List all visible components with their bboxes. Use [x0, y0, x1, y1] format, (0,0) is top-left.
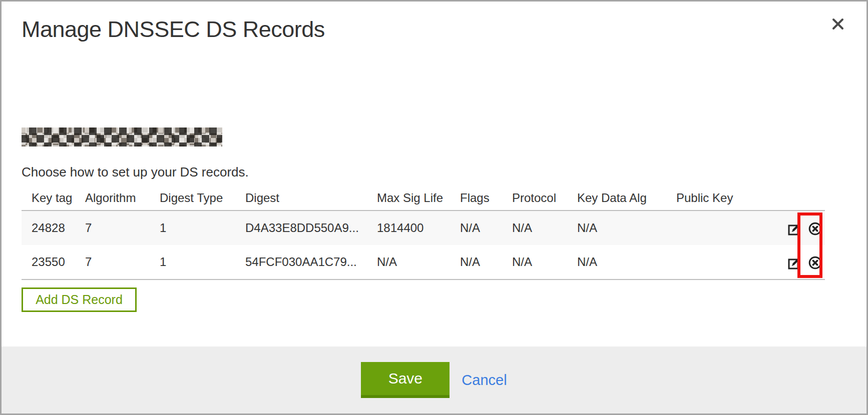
col-header-key-tag: Key tag: [22, 186, 85, 210]
dialog-footer: Save Cancel: [2, 346, 866, 414]
col-header-digest-type: Digest Type: [160, 186, 245, 210]
save-button[interactable]: Save: [361, 362, 450, 398]
delete-icon[interactable]: [808, 256, 822, 270]
cell-key-tag: 23550: [22, 245, 85, 280]
cell-max-sig-life: 1814400: [377, 210, 460, 245]
cell-algorithm: 7: [85, 210, 160, 245]
cell-protocol: N/A: [512, 245, 577, 280]
cell-public-key: [676, 210, 774, 245]
col-header-max-sig-life: Max Sig Life: [377, 186, 460, 210]
edit-icon[interactable]: [788, 222, 801, 236]
table-row: 24828 7 1 D4A33E8DD550A9... 1814400 N/A …: [22, 210, 825, 245]
col-header-flags: Flags: [460, 186, 512, 210]
col-header-key-data-alg: Key Data Alg: [577, 186, 676, 210]
table-header-row: Key tag Algorithm Digest Type Digest Max…: [22, 186, 825, 210]
cell-algorithm: 7: [85, 245, 160, 280]
col-header-digest: Digest: [245, 186, 377, 210]
manage-dnssec-ds-records-dialog: Manage DNSSEC DS Records Choose how to s…: [0, 0, 868, 415]
cell-digest-type: 1: [160, 245, 245, 280]
domain-name-redacted: [22, 128, 222, 146]
delete-icon[interactable]: [808, 222, 822, 236]
edit-icon[interactable]: [788, 256, 801, 270]
subtitle: Choose how to set up your DS records.: [22, 164, 249, 180]
cell-digest-type: 1: [160, 210, 245, 245]
col-header-protocol: Protocol: [512, 186, 577, 210]
cell-digest: 54FCF030AA1C79...: [245, 245, 377, 280]
col-header-algorithm: Algorithm: [85, 186, 160, 210]
cancel-link[interactable]: Cancel: [462, 372, 507, 388]
table-row: 23550 7 1 54FCF030AA1C79... N/A N/A N/A …: [22, 245, 825, 280]
cell-key-data-alg: N/A: [577, 245, 676, 280]
cell-key-tag: 24828: [22, 210, 85, 245]
cell-protocol: N/A: [512, 210, 577, 245]
cell-key-data-alg: N/A: [577, 210, 676, 245]
col-header-actions: [774, 186, 825, 210]
cell-max-sig-life: N/A: [377, 245, 460, 280]
cell-public-key: [676, 245, 774, 280]
cell-flags: N/A: [460, 245, 512, 280]
cell-digest: D4A33E8DD550A9...: [245, 210, 377, 245]
add-ds-record-button[interactable]: Add DS Record: [22, 288, 137, 312]
close-icon[interactable]: [830, 16, 845, 32]
cell-flags: N/A: [460, 210, 512, 245]
col-header-public-key: Public Key: [676, 186, 774, 210]
page-title: Manage DNSSEC DS Records: [22, 16, 325, 42]
ds-records-table: Key tag Algorithm Digest Type Digest Max…: [22, 186, 825, 280]
